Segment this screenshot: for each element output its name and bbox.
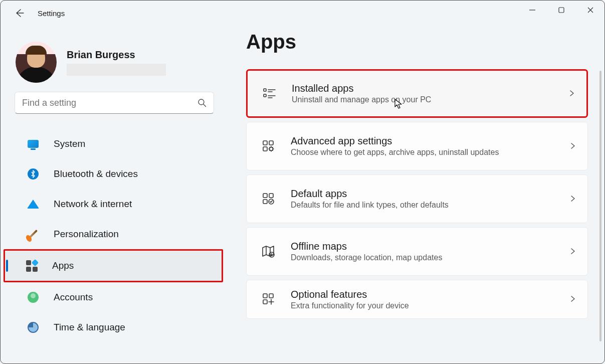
nav-accounts[interactable]: Accounts [7, 282, 220, 312]
card-title: Offline maps [291, 241, 569, 252]
chevron-right-icon [569, 142, 577, 150]
svg-rect-10 [263, 200, 267, 204]
user-name: Brian Burgess [67, 49, 166, 61]
apps-icon [25, 259, 38, 272]
highlight-annotation-nav: Apps [4, 249, 223, 282]
nav-label: Time & language [54, 322, 125, 333]
advanced-app-icon [262, 139, 276, 153]
sidebar: Brian Burgess System [1, 26, 226, 363]
search-icon [197, 98, 207, 107]
chevron-right-icon [569, 248, 577, 256]
chevron-right-icon [568, 90, 576, 98]
card-title: Default apps [291, 188, 569, 200]
accounts-icon [27, 291, 40, 304]
nav: System Bluetooth & devices Network & int… [1, 129, 226, 342]
close-button[interactable] [576, 0, 605, 20]
nav-label: Personalization [54, 229, 119, 240]
nav-bluetooth[interactable]: Bluetooth & devices [7, 159, 220, 189]
svg-rect-14 [269, 294, 273, 298]
default-apps-icon [262, 192, 276, 206]
card-desc: Extra functionality for your device [291, 301, 569, 310]
nav-label: Accounts [54, 292, 93, 303]
card-title: Installed apps [292, 83, 568, 94]
chevron-right-icon [569, 195, 577, 203]
settings-window: Settings Brian Burgess [0, 0, 605, 364]
svg-rect-13 [263, 294, 267, 298]
svg-rect-2 [264, 89, 266, 91]
window-title: Settings [38, 9, 65, 18]
nav-apps[interactable]: Apps [5, 251, 222, 281]
svg-rect-4 [263, 141, 267, 145]
nav-label: Apps [52, 260, 74, 271]
page-title: Apps [246, 31, 589, 53]
scrollbar[interactable] [599, 71, 601, 341]
window-controls [518, 0, 605, 20]
card-offline-maps[interactable]: Offline maps Downloads, storage location… [246, 227, 588, 276]
svg-rect-9 [269, 194, 273, 198]
nav-label: System [54, 138, 85, 149]
nav-label: Network & internet [54, 199, 132, 210]
bluetooth-icon [27, 167, 40, 180]
nav-time[interactable]: Time & language [7, 312, 220, 342]
nav-label: Bluetooth & devices [54, 168, 138, 179]
nav-system[interactable]: System [7, 129, 220, 159]
card-desc: Defaults for file and link types, other … [291, 201, 569, 210]
svg-rect-0 [559, 8, 564, 13]
card-desc: Uninstall and manage apps on your PC [292, 95, 568, 104]
maximize-button[interactable] [547, 0, 576, 20]
content: Apps Installed apps Uninstall and manage… [226, 26, 604, 363]
optional-features-icon [262, 292, 276, 306]
card-title: Optional features [291, 289, 569, 300]
card-title: Advanced app settings [291, 135, 569, 147]
system-icon [27, 137, 40, 150]
nav-personalization[interactable]: Personalization [7, 219, 220, 249]
avatar [16, 42, 57, 83]
svg-rect-15 [263, 300, 267, 304]
back-button[interactable] [14, 7, 26, 19]
user-info: Brian Burgess [67, 49, 166, 76]
titlebar: Settings [1, 1, 604, 26]
svg-point-1 [198, 99, 204, 105]
card-advanced-app-settings[interactable]: Advanced app settings Choose where to ge… [246, 122, 588, 170]
card-optional-features[interactable]: Optional features Extra functionality fo… [246, 280, 588, 319]
svg-rect-8 [263, 194, 267, 198]
svg-rect-6 [263, 147, 267, 151]
cards-list: Installed apps Uninstall and manage apps… [246, 69, 588, 319]
user-profile[interactable]: Brian Burgess [1, 31, 226, 92]
search-input[interactable] [22, 98, 197, 108]
search-box[interactable] [15, 92, 214, 114]
svg-rect-5 [269, 141, 273, 145]
brush-icon [27, 228, 40, 241]
card-desc: Choose where to get apps, archive apps, … [291, 148, 569, 157]
installed-apps-icon [263, 87, 277, 101]
card-default-apps[interactable]: Default apps Defaults for file and link … [246, 174, 588, 223]
offline-maps-icon [262, 245, 276, 259]
nav-network[interactable]: Network & internet [7, 189, 220, 219]
wifi-icon [27, 198, 40, 211]
chevron-right-icon [569, 295, 577, 303]
minimize-button[interactable] [518, 0, 547, 20]
clock-icon [27, 321, 40, 334]
svg-rect-3 [264, 94, 266, 97]
card-desc: Downloads, storage location, map updates [291, 253, 569, 262]
card-installed-apps[interactable]: Installed apps Uninstall and manage apps… [246, 69, 588, 118]
user-email-redacted [67, 64, 166, 76]
